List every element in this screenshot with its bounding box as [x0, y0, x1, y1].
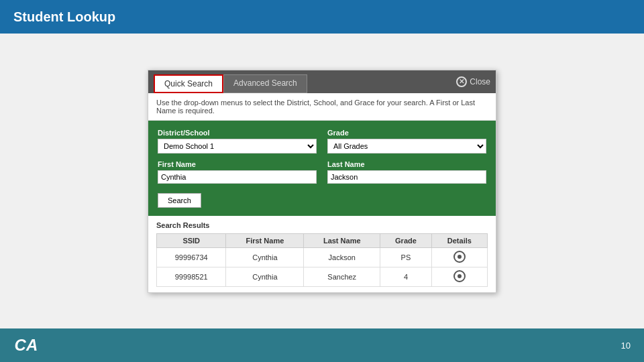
results-title: Search Results [156, 221, 488, 229]
table-row: 99998521 Cynthia Sanchez 4 [157, 267, 488, 286]
search-form: District/School Demo School 1 Grade All … [148, 121, 496, 216]
cell-first-name: Cynthia [226, 247, 304, 267]
form-row-names: First Name Last Name [158, 160, 486, 184]
close-icon: ✕ [456, 76, 467, 87]
cell-ssid: 99996734 [157, 247, 226, 267]
tab-advanced-search[interactable]: Advanced Search [223, 74, 307, 93]
results-table: SSID First Name Last Name Grade Details … [156, 233, 488, 287]
grade-label: Grade [327, 129, 486, 137]
district-school-label: District/School [158, 129, 317, 137]
last-name-group: Last Name [327, 160, 486, 184]
cell-details[interactable] [431, 247, 487, 267]
cell-ssid: 99998521 [157, 267, 226, 286]
view-details-icon[interactable] [453, 251, 466, 263]
cell-last-name: Jackson [304, 247, 380, 267]
tab-group: Quick Search Advanced Search [154, 74, 307, 93]
col-first-name: First Name [226, 233, 304, 247]
form-row-district-grade: District/School Demo School 1 Grade All … [158, 129, 486, 154]
main-content: Quick Search Advanced Search ✕ Close Use… [0, 34, 644, 328]
first-name-input[interactable] [158, 170, 317, 184]
page-number: 10 [621, 341, 631, 351]
page-title: Student Lookup [13, 9, 115, 25]
col-last-name: Last Name [304, 233, 380, 247]
footer: CA 10 [0, 328, 644, 362]
district-school-select[interactable]: Demo School 1 [158, 139, 317, 154]
cell-first-name: Cynthia [226, 267, 304, 286]
col-details: Details [431, 233, 487, 247]
last-name-input[interactable] [327, 170, 486, 184]
page-header: Student Lookup [0, 0, 644, 34]
svg-text:CA: CA [15, 336, 38, 354]
tab-bar: Quick Search Advanced Search ✕ Close [148, 70, 496, 93]
tab-quick-search[interactable]: Quick Search [154, 74, 223, 93]
cell-details[interactable] [431, 267, 487, 286]
student-lookup-dialog: Quick Search Advanced Search ✕ Close Use… [148, 70, 496, 293]
cell-grade: PS [380, 247, 432, 267]
grade-group: Grade All Grades [327, 129, 486, 154]
view-details-icon[interactable] [453, 270, 466, 282]
col-ssid: SSID [157, 233, 226, 247]
info-text: Use the drop-down menus to select the Di… [148, 93, 496, 121]
table-row: 99996734 Cynthia Jackson PS [157, 247, 488, 267]
close-button[interactable]: ✕ Close [456, 76, 490, 91]
cell-last-name: Sanchez [304, 267, 380, 286]
first-name-group: First Name [158, 160, 317, 184]
district-school-group: District/School Demo School 1 [158, 129, 317, 154]
results-area: Search Results SSID First Name Last Name… [148, 216, 496, 292]
last-name-label: Last Name [327, 160, 486, 168]
first-name-label: First Name [158, 160, 317, 168]
cell-grade: 4 [380, 267, 432, 286]
search-button[interactable]: Search [158, 193, 201, 208]
col-grade: Grade [380, 233, 432, 247]
ca-logo: CA [13, 335, 40, 355]
grade-select[interactable]: All Grades [327, 139, 486, 154]
table-header-row: SSID First Name Last Name Grade Details [157, 233, 488, 247]
